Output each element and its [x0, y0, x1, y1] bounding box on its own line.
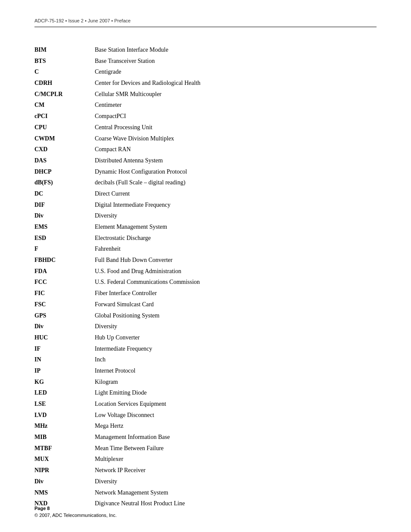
table-row: MIBManagement Information Base [34, 432, 377, 443]
abbreviation-definition: Forward Simulcast Card [95, 299, 377, 310]
table-row: DivDiversity [34, 210, 377, 221]
abbreviation-term: C/MCPLR [34, 89, 95, 100]
table-row: BIMBase Station Interface Module [34, 44, 377, 56]
abbreviation-definition: Electrostatic Discharge [95, 233, 377, 244]
table-row: DCDirect Current [34, 188, 377, 199]
abbreviation-term: Div [34, 210, 95, 221]
abbreviation-definition: Light Emitting Diode [95, 387, 377, 398]
abbreviation-definition: Direct Current [95, 188, 377, 199]
table-row: CXDCompact RAN [34, 144, 377, 155]
abbreviation-definition: Centimeter [95, 100, 377, 111]
abbreviation-term: CPU [34, 122, 95, 133]
abbreviation-definition: Digivance Neutral Host Product Line [95, 498, 377, 509]
header-text: ADCP-75-192 • Issue 2 • June 2007 • Pref… [34, 18, 131, 23]
table-row: GPSGlobal Positioning System [34, 310, 377, 321]
abbreviation-definition: U.S. Food and Drug Administration [95, 266, 377, 277]
abbreviation-definition: Element Management System [95, 221, 377, 233]
abbreviation-definition: Internet Protocol [95, 365, 377, 376]
abbreviation-definition: Base Transceiver Station [95, 56, 377, 67]
abbreviation-definition: Multiplexer [95, 454, 377, 465]
abbreviation-definition: Distributed Antenna System [95, 155, 377, 166]
abbreviation-term: C [34, 66, 95, 78]
abbreviation-definition: Full Band Hub Down Converter [95, 255, 377, 266]
abbreviation-definition: Mega Hertz [95, 420, 377, 432]
abbreviation-term: DAS [34, 155, 95, 166]
abbreviation-term: MHz [34, 420, 95, 432]
abbreviation-term: IP [34, 365, 95, 376]
abbreviation-term: MIB [34, 432, 95, 443]
table-row: LVDLow Voltage Disconnect [34, 410, 377, 421]
abbreviation-definition: Dynamic Host Configuration Protocol [95, 166, 377, 177]
abbreviation-term: CXD [34, 144, 95, 155]
table-row: INInch [34, 354, 377, 365]
table-row: DivDiversity [34, 321, 377, 332]
abbreviation-definition: Central Processing Unit [95, 122, 377, 133]
abbreviation-definition: Cellular SMR Multicoupler [95, 89, 377, 100]
abbreviation-definition: Coarse Wave Division Multiplex [95, 133, 377, 144]
abbreviation-term: CM [34, 100, 95, 111]
abbreviation-term: KG [34, 376, 95, 388]
table-row: ESDElectrostatic Discharge [34, 233, 377, 244]
abbreviation-term: F [34, 243, 95, 255]
table-row: FFahrenheit [34, 243, 377, 255]
table-row: C/MCPLRCellular SMR Multicoupler [34, 89, 377, 100]
abbreviation-term: LED [34, 387, 95, 398]
abbreviation-term: FSC [34, 299, 95, 310]
abbreviation-term: BIM [34, 44, 95, 56]
table-row: MTBFMean Time Between Failure [34, 443, 377, 454]
abbreviation-definition: Mean Time Between Failure [95, 443, 377, 454]
page-footer: Page 8 © 2007, ADC Telecommunications, I… [34, 505, 117, 518]
abbreviation-term: LSE [34, 398, 95, 410]
abbreviation-definition: Network Management System [95, 487, 377, 498]
abbreviation-term: CDRH [34, 78, 95, 89]
abbreviation-definition: Intermediate Frequency [95, 343, 377, 355]
table-row: DivDiversity [34, 476, 377, 487]
abbreviation-term: GPS [34, 310, 95, 321]
abbreviation-term: NIPR [34, 465, 95, 476]
table-row: BTSBase Transceiver Station [34, 56, 377, 67]
table-row: FBHDCFull Band Hub Down Converter [34, 255, 377, 266]
abbreviation-term: CWDM [34, 133, 95, 144]
abbreviation-term: FBHDC [34, 255, 95, 266]
abbreviation-table: BIMBase Station Interface ModuleBTSBase … [34, 44, 377, 509]
abbreviation-definition: Centigrade [95, 66, 377, 78]
table-row: FCCU.S. Federal Communications Commissio… [34, 277, 377, 288]
abbreviation-term: EMS [34, 221, 95, 233]
abbreviation-term: ESD [34, 233, 95, 244]
table-row: LSELocation Services Equipment [34, 398, 377, 410]
abbreviation-definition: Fiber Interface Controller [95, 288, 377, 299]
abbreviation-definition: Diversity [95, 210, 377, 221]
abbreviation-definition: Inch [95, 354, 377, 365]
abbreviation-definition: Base Station Interface Module [95, 44, 377, 56]
abbreviation-term: HUC [34, 332, 95, 343]
abbreviation-definition: Center for Devices and Radiological Heal… [95, 78, 377, 89]
table-row: DIFDigital Intermediate Frequency [34, 199, 377, 211]
table-row: IFIntermediate Frequency [34, 343, 377, 355]
abbreviation-term: MUX [34, 454, 95, 465]
table-row: FICFiber Interface Controller [34, 288, 377, 299]
table-row: CPUCentral Processing Unit [34, 122, 377, 133]
abbreviation-definition: Kilogram [95, 376, 377, 388]
abbreviation-term: dB(FS) [34, 177, 95, 188]
abbreviation-definition: U.S. Federal Communications Commission [95, 277, 377, 288]
table-row: IPInternet Protocol [34, 365, 377, 376]
abbreviation-term: Div [34, 476, 95, 487]
abbreviation-definition: Location Services Equipment [95, 398, 377, 410]
table-row: LEDLight Emitting Diode [34, 387, 377, 398]
table-row: cPCICompactPCI [34, 111, 377, 122]
abbreviation-definition: Diversity [95, 476, 377, 487]
abbreviation-definition: Management Information Base [95, 432, 377, 443]
abbreviation-definition: Low Voltage Disconnect [95, 410, 377, 421]
table-row: CDRHCenter for Devices and Radiological … [34, 78, 377, 89]
table-row: CMCentimeter [34, 100, 377, 111]
table-row: dB(FS)decibals (Full Scale – digital rea… [34, 177, 377, 188]
table-row: EMSElement Management System [34, 221, 377, 233]
abbreviation-definition: decibals (Full Scale – digital reading) [95, 177, 377, 188]
abbreviation-definition: Digital Intermediate Frequency [95, 199, 377, 211]
abbreviation-term: FDA [34, 266, 95, 277]
abbreviation-definition: Fahrenheit [95, 243, 377, 255]
abbreviation-term: IF [34, 343, 95, 355]
page: ADCP-75-192 • Issue 2 • June 2007 • Pref… [0, 0, 411, 532]
table-row: FSCForward Simulcast Card [34, 299, 377, 310]
abbreviation-definition: Hub Up Converter [95, 332, 377, 343]
